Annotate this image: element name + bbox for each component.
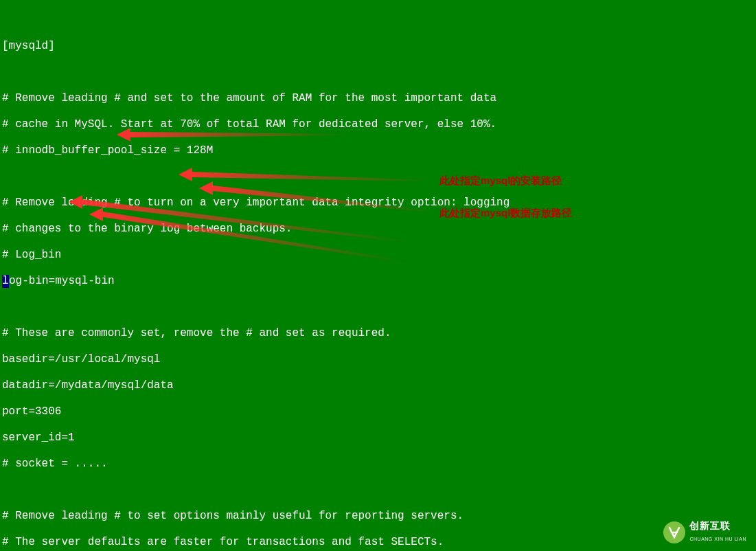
text-line: # Remove leading # to set options mainly… <box>2 510 754 523</box>
text-line: # cache in MySQL. Start at 70% of total … <box>2 118 754 131</box>
logo-text-cn: 创新互联 <box>689 519 746 532</box>
text-line <box>2 66 754 79</box>
text-fragment: og-bin=mysql-bin <box>9 275 115 287</box>
cursor: l <box>2 275 9 288</box>
text-line <box>2 170 754 183</box>
text-line: basedir=/usr/local/mysql <box>2 353 754 366</box>
text-line: # socket = ..... <box>2 458 754 471</box>
text-line: port=3306 <box>2 405 754 418</box>
text-line: # Remove leading # and set to the amount… <box>2 92 754 105</box>
text-line <box>2 14 754 27</box>
text-line: # Remove leading # to turn on a very imp… <box>2 196 754 210</box>
text-line: # Log_bin <box>2 249 754 262</box>
text-line-cursor: log-bin=mysql-bin <box>2 275 754 288</box>
text-line <box>2 301 754 314</box>
text-line: [mysqld] <box>2 40 754 53</box>
text-line <box>2 484 754 497</box>
terminal-editor[interactable]: [mysqld] # Remove leading # and set to t… <box>0 0 756 551</box>
logo-mark-icon <box>663 521 685 543</box>
text-line: datadir=/mydata/mysql/data <box>2 379 754 392</box>
text-line: server_id=1 <box>2 431 754 445</box>
text-line: # These are commonly set, remove the # a… <box>2 327 754 340</box>
watermark-logo: 创新互联 CHUANG XIN HU LIAN <box>663 519 746 546</box>
text-line: # The server defaults are faster for tra… <box>2 536 754 549</box>
text-line: # innodb_buffer_pool_size = 128M <box>2 144 754 157</box>
text-line: # changes to the binary log between back… <box>2 223 754 236</box>
logo-text-en: CHUANG XIN HU LIAN <box>689 532 746 546</box>
logo-text: 创新互联 CHUANG XIN HU LIAN <box>689 519 746 546</box>
